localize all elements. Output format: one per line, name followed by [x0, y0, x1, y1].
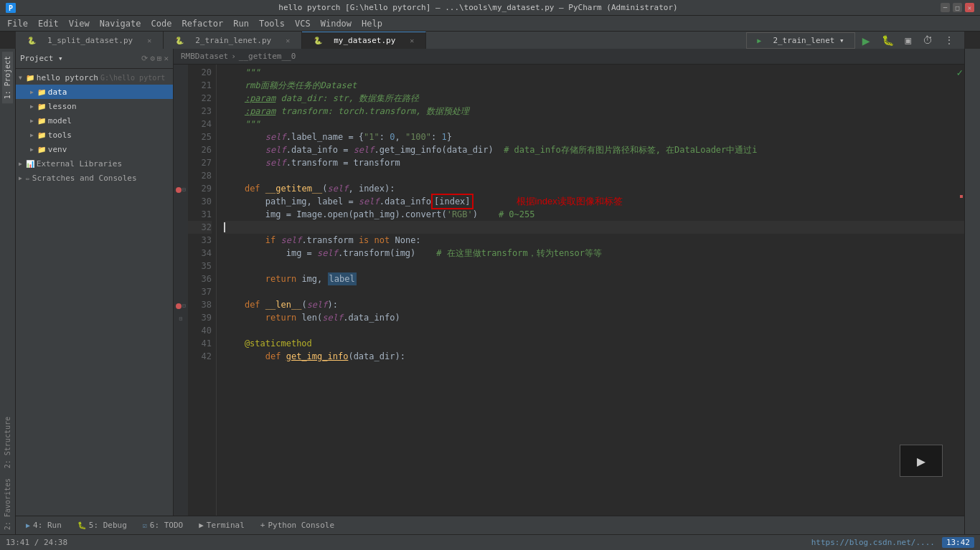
- close-button[interactable]: ✕: [965, 3, 974, 12]
- item-lesson-label: lesson: [48, 102, 77, 111]
- python-console-label: Python Console: [268, 521, 334, 530]
- title-right: ─ □ ✕: [941, 3, 974, 12]
- menu-vcs[interactable]: VCS: [291, 17, 315, 30]
- video-thumbnail[interactable]: ▶: [900, 445, 943, 477]
- coverage-button[interactable]: ▣: [901, 33, 915, 47]
- item-scratches-label: Scratches and Consoles: [32, 174, 137, 183]
- sidebar-header-buttons: ⟳ ⚙ ⊞ ✕: [141, 54, 169, 63]
- tab-python-console[interactable]: + Python Console: [253, 518, 341, 534]
- main-layout: Project ▾ ⟳ ⚙ ⊞ ✕ ▼ 📁 hello pytorch G:\h…: [16, 49, 964, 534]
- tree-item-lesson[interactable]: ▶ 📁 lesson: [16, 99, 173, 113]
- tab-dataset-close[interactable]: ✕: [405, 35, 418, 46]
- tab-run[interactable]: ▶ 4: Run: [19, 518, 69, 534]
- tab-train-close[interactable]: ✕: [281, 35, 294, 46]
- code-lines[interactable]: """ rmb面额分类任务的Dataset :param data_dir: s…: [217, 65, 964, 528]
- run-tab-num: ▶: [26, 521, 30, 529]
- menu-run[interactable]: Run: [229, 17, 253, 30]
- run-button[interactable]: ▶: [858, 32, 875, 49]
- right-tab-placeholder: [971, 52, 974, 60]
- debug-tab-label: 5: Debug: [89, 521, 127, 530]
- tab-structure[interactable]: 2: Structure: [2, 412, 13, 473]
- menu-view[interactable]: View: [65, 17, 94, 30]
- tab-my-dataset[interactable]: 🐍 my_dataset.py ✕: [302, 32, 426, 49]
- menu-help[interactable]: Help: [357, 17, 387, 30]
- menu-refactor[interactable]: Refactor: [177, 17, 227, 30]
- tab-favorites[interactable]: 2: Favorites: [2, 474, 13, 534]
- tree-item-scratches[interactable]: ▶ ✏ Scratches and Consoles: [16, 171, 173, 185]
- menu-tools[interactable]: Tools: [255, 17, 289, 30]
- debug-button[interactable]: 🐛: [877, 33, 898, 47]
- code-line-31: img = Image.open(path_img).convert('RGB'…: [224, 208, 964, 221]
- menu-navigate[interactable]: Navigate: [95, 17, 146, 30]
- statusbar: 13:41 / 24:38 https://blog.csdn.net/....…: [0, 534, 980, 550]
- annotation-text: 根据index读取图像和标签: [517, 195, 623, 208]
- breadcrumb-arrow: ›: [231, 52, 236, 61]
- code-line-30: path_img, label = self.data_info[index] …: [224, 195, 964, 208]
- tab-split-label: 1_split_dataset.py: [43, 34, 137, 47]
- code-line-29: def __getitem__(self, index):: [224, 182, 964, 195]
- item-extlibs-label: External Libraries: [37, 159, 122, 169]
- tab-train-lenet[interactable]: 🐍 2_train_lenet.py ✕: [164, 32, 302, 49]
- code-line-23: :param transform: torch.transform, 数据预处理: [224, 105, 964, 118]
- tab-todo[interactable]: ☑ 6: TODO: [136, 518, 190, 534]
- sidebar-header: Project ▾ ⟳ ⚙ ⊞ ✕: [16, 49, 173, 69]
- root-path: G:\hello pytort: [100, 74, 165, 82]
- code-line-37: [224, 285, 964, 298]
- tree-item-extlibs[interactable]: ▶ 📊 External Libraries: [16, 156, 173, 171]
- close-sidebar[interactable]: ✕: [164, 54, 169, 63]
- run-tab-label: 4: Run: [33, 521, 62, 530]
- title-left: P: [6, 3, 16, 13]
- code-line-39: return len(self.data_info): [224, 311, 964, 324]
- run-config-area: ▶ 2_train_lenet ▾ ▶ 🐛 ▣ ⏱ ⋮: [746, 32, 964, 49]
- tree-item-tools[interactable]: ▶ 📁 tools: [16, 128, 173, 142]
- code-line-35: [224, 260, 964, 272]
- tab-train-label: 2_train_lenet.py: [191, 34, 275, 47]
- code-line-27: self.transform = transform: [224, 156, 964, 169]
- sync-button[interactable]: ⟳: [141, 54, 148, 63]
- tab-terminal[interactable]: ▶ Terminal: [192, 518, 252, 534]
- menu-code[interactable]: Code: [147, 17, 176, 30]
- settings-button[interactable]: ⚙: [150, 54, 155, 63]
- tab-debug[interactable]: 🐛 5: Debug: [70, 518, 134, 534]
- tree-root[interactable]: ▼ 📁 hello pytorch G:\hello pytort: [16, 70, 173, 85]
- left-tool-tabs: 1: Project 2: Structure 2: Favorites: [0, 49, 16, 534]
- tree-item-model[interactable]: ▶ 📁 model: [16, 113, 173, 128]
- todo-tab-num: ☑: [143, 521, 147, 529]
- item-venv-label: venv: [48, 145, 67, 154]
- status-url: https://blog.csdn.net/....: [811, 538, 935, 547]
- more-actions[interactable]: ⋮: [940, 33, 958, 47]
- code-line-40: [224, 324, 964, 337]
- code-line-41: @staticmethod: [224, 337, 964, 350]
- app-icon: P: [6, 3, 16, 13]
- tree-item-venv[interactable]: ▶ 📁 venv: [16, 142, 173, 156]
- status-time: 13:42: [942, 537, 974, 548]
- bottom-toolbar: ▶ 4: Run 🐛 5: Debug ☑ 6: TODO ▶ Terminal…: [16, 516, 964, 534]
- annotation-box: [index]: [431, 194, 473, 209]
- titlebar: P hello pytorch [G:\hello pytorch] – ...…: [0, 0, 980, 16]
- python-console-icon: +: [260, 521, 265, 530]
- expand-button[interactable]: ⊞: [157, 54, 162, 63]
- code-line-22: :param data_dir: str, 数据集所在路径: [224, 92, 964, 105]
- line-numbers: 20 21 22 23 24 25 26 27 28 29 30 31 32 3…: [188, 65, 217, 528]
- code-editor[interactable]: RMBDataset › __getitem__0: [174, 49, 964, 534]
- tab-split-dataset[interactable]: 🐍 1_split_dataset.py ✕: [16, 32, 164, 49]
- run-config-selector[interactable]: ▶ 2_train_lenet ▾: [746, 32, 854, 49]
- tab-project[interactable]: 1: Project: [2, 52, 13, 103]
- menu-file[interactable]: File: [3, 17, 32, 30]
- code-line-24: """: [224, 118, 964, 131]
- window-title: hello pytorch [G:\hello pytorch] – ...\t…: [16, 3, 941, 12]
- todo-tab-label: 6: TODO: [150, 521, 183, 530]
- tab-dataset-label: my_dataset.py: [329, 34, 400, 47]
- breadcrumb-class: RMBDataset: [181, 52, 228, 61]
- profile-button[interactable]: ⏱: [918, 33, 937, 47]
- minimize-button[interactable]: ─: [941, 3, 950, 12]
- menu-edit[interactable]: Edit: [34, 17, 63, 30]
- breadcrumb-method: __getitem__0: [239, 52, 296, 61]
- project-sidebar: Project ▾ ⟳ ⚙ ⊞ ✕ ▼ 📁 hello pytorch G:\h…: [16, 49, 174, 534]
- menu-window[interactable]: Window: [316, 17, 356, 30]
- restore-button[interactable]: □: [953, 3, 962, 12]
- tab-split-close[interactable]: ✕: [143, 35, 156, 46]
- tree-item-data[interactable]: ▶ 📁 data: [16, 85, 173, 99]
- code-line-32: [224, 221, 964, 234]
- code-line-38: def __len__(self):: [224, 298, 964, 311]
